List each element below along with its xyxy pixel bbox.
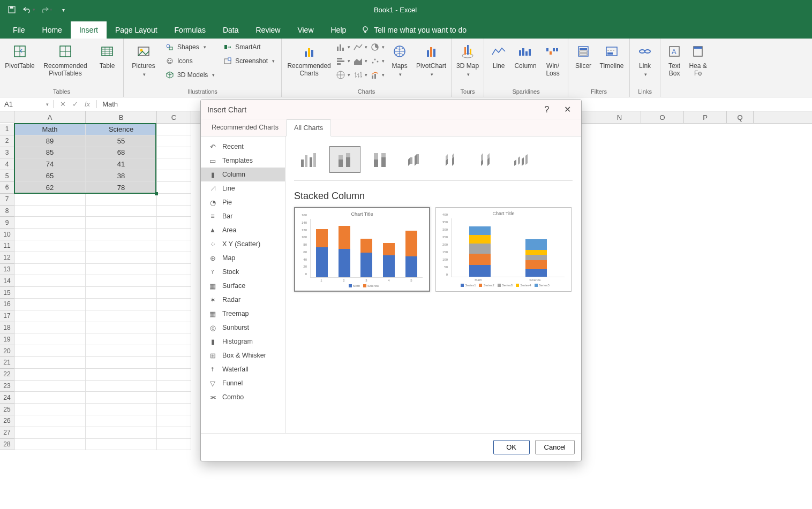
- tab-help[interactable]: Help: [322, 21, 355, 39]
- tab-page-layout[interactable]: Page Layout: [107, 21, 166, 39]
- cell[interactable]: [14, 252, 86, 264]
- dialog-tab-recommended[interactable]: Recommended Charts: [204, 119, 286, 136]
- cell[interactable]: Science: [86, 124, 157, 135]
- cell[interactable]: [86, 381, 157, 392]
- cell[interactable]: [14, 427, 86, 439]
- tab-file[interactable]: File: [4, 21, 34, 39]
- icons-button[interactable]: Icons: [162, 55, 218, 67]
- row-header[interactable]: 15: [0, 287, 14, 299]
- row-header[interactable]: 7: [0, 194, 14, 206]
- maps-button[interactable]: Maps▾: [387, 41, 412, 79]
- tab-home[interactable]: Home: [34, 21, 71, 39]
- row-header[interactable]: 12: [0, 252, 14, 264]
- chart-preview-2[interactable]: Chart Title 400350300250200150100500 Mat…: [435, 207, 572, 292]
- subtype-clustered-column[interactable]: [294, 146, 325, 173]
- col-header[interactable]: P: [684, 111, 727, 123]
- row-header[interactable]: 27: [0, 427, 14, 439]
- cell[interactable]: 85: [14, 147, 86, 159]
- col-header[interactable]: O: [641, 111, 684, 123]
- chart-type-funnel[interactable]: ▽Funnel: [201, 376, 285, 390]
- chart-type-pie[interactable]: ◔Pie: [201, 195, 285, 209]
- bar-chart-button[interactable]: ▾: [335, 55, 350, 67]
- cell[interactable]: [86, 333, 157, 345]
- cell[interactable]: [86, 310, 157, 322]
- tab-view[interactable]: View: [289, 21, 322, 39]
- cell[interactable]: [157, 299, 191, 310]
- row-header[interactable]: 16: [0, 299, 14, 310]
- cell[interactable]: [157, 217, 191, 229]
- chart-type-column[interactable]: ▮Column: [201, 168, 285, 181]
- cell[interactable]: [86, 345, 157, 357]
- pictures-button[interactable]: Pictures▾: [127, 41, 160, 79]
- fill-handle[interactable]: [155, 192, 158, 195]
- row-header[interactable]: 8: [0, 206, 14, 217]
- chart-type-area[interactable]: ▲Area: [201, 223, 285, 237]
- cell[interactable]: [157, 415, 191, 427]
- cell[interactable]: [157, 170, 191, 182]
- cell[interactable]: [14, 333, 86, 345]
- cell[interactable]: [86, 252, 157, 264]
- chart-type-stock[interactable]: ⫯Stock: [201, 265, 285, 279]
- col-header[interactable]: N: [598, 111, 641, 123]
- chart-type-radar[interactable]: ✶Radar: [201, 293, 285, 307]
- cell[interactable]: [14, 240, 86, 252]
- cell[interactable]: 41: [86, 158, 157, 170]
- cell[interactable]: 55: [86, 135, 157, 147]
- combo-chart-button[interactable]: ▾: [370, 69, 385, 81]
- stock-chart-button[interactable]: ▾: [352, 69, 367, 81]
- row-header[interactable]: 25: [0, 404, 14, 415]
- cell[interactable]: 68: [86, 147, 157, 159]
- row-header[interactable]: 4: [0, 158, 14, 170]
- link-button[interactable]: Link▾: [633, 41, 657, 79]
- line-chart-button[interactable]: ▾: [352, 41, 367, 54]
- screenshot-button[interactable]: Screenshot▾: [220, 55, 278, 67]
- cell[interactable]: [157, 206, 191, 217]
- cell[interactable]: [86, 415, 157, 427]
- subtype-3d-column[interactable]: [506, 146, 537, 173]
- cell[interactable]: [14, 357, 86, 369]
- enter-formula-icon[interactable]: ✓: [72, 100, 78, 108]
- row-header[interactable]: 21: [0, 357, 14, 369]
- cell[interactable]: [86, 299, 157, 310]
- tab-formulas[interactable]: Formulas: [166, 21, 214, 39]
- cell[interactable]: [14, 381, 86, 392]
- col-header[interactable]: B: [86, 111, 157, 123]
- cell[interactable]: [14, 275, 86, 287]
- chart-type-recent[interactable]: ↶Recent: [201, 140, 285, 154]
- tab-data[interactable]: Data: [214, 21, 247, 39]
- close-icon[interactable]: ✕: [560, 102, 575, 117]
- cell[interactable]: [157, 194, 191, 206]
- cell[interactable]: [86, 275, 157, 287]
- cell[interactable]: [14, 287, 86, 299]
- row-header[interactable]: 23: [0, 381, 14, 392]
- chart-type-histogram[interactable]: ▮Histogram: [201, 335, 285, 348]
- row-header[interactable]: 20: [0, 345, 14, 357]
- chart-type-map[interactable]: ⊕Map: [201, 251, 285, 265]
- cell[interactable]: [86, 322, 157, 334]
- cell[interactable]: [86, 404, 157, 415]
- pivottable-button[interactable]: PivotTable: [3, 41, 36, 72]
- cell[interactable]: [86, 369, 157, 381]
- 3d-models-button[interactable]: 3D Models▾: [162, 69, 218, 81]
- sparkline-column-button[interactable]: Column: [512, 41, 539, 72]
- cell[interactable]: [157, 439, 191, 451]
- cell[interactable]: [157, 147, 191, 159]
- timeline-button[interactable]: Timeline: [597, 41, 626, 72]
- subtype-3d-clustered[interactable]: [400, 146, 431, 173]
- subtype-3d-stacked[interactable]: [435, 146, 467, 173]
- cancel-button[interactable]: Cancel: [535, 440, 575, 454]
- cell[interactable]: [157, 158, 191, 170]
- cell[interactable]: 89: [14, 135, 86, 147]
- ok-button[interactable]: OK: [493, 440, 530, 454]
- cell[interactable]: [14, 194, 86, 206]
- chart-type-waterfall[interactable]: ⫯Waterfall: [201, 362, 285, 376]
- row-header[interactable]: 6: [0, 182, 14, 194]
- undo-icon[interactable]: ▾: [21, 2, 36, 17]
- cell[interactable]: [157, 345, 191, 357]
- cell[interactable]: 62: [14, 182, 86, 194]
- chart-preview-1[interactable]: Chart Title 160140120100806040200 12345 …: [294, 207, 430, 292]
- row-header[interactable]: 26: [0, 415, 14, 427]
- cell[interactable]: [157, 322, 191, 334]
- cell[interactable]: [157, 287, 191, 299]
- cancel-formula-icon[interactable]: ✕: [60, 100, 66, 108]
